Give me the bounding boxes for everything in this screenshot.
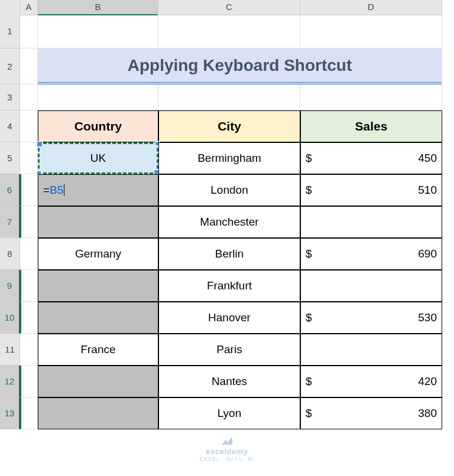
cell-d6[interactable]: $ 510 [300,174,442,206]
cell-d3[interactable] [300,84,442,110]
header-city[interactable]: City [158,110,300,142]
cell-a4[interactable] [20,110,38,142]
cell-c5[interactable]: Bermingham [158,142,300,174]
cell-a11[interactable] [20,334,38,366]
cell-b11[interactable]: France [38,334,158,366]
row-header-9[interactable]: 9 [0,270,20,302]
column-headers: A B C D [0,0,454,14]
cell-b10[interactable] [38,302,158,334]
cell-b8[interactable]: Germany [38,238,158,270]
cell-d12[interactable]: $ 420 [300,366,442,397]
col-header-b[interactable]: B [38,0,158,15]
cell-b13[interactable] [38,397,158,429]
cell-a3[interactable] [20,84,38,110]
cell-b3[interactable] [38,84,158,110]
cell-c3[interactable] [158,84,300,110]
cell-c9[interactable]: Frankfurt [158,270,300,302]
watermark: exceldemy EXCEL · DATA · BI [200,436,254,462]
cell-a12[interactable] [20,366,38,397]
text-cursor-icon [64,184,64,196]
cell-c1[interactable] [158,14,300,48]
cell-c10[interactable]: Hanover [158,302,300,334]
row-header-7[interactable]: 7 [0,206,20,238]
sales-value: 510 [418,184,437,197]
b5-value: UK [90,152,106,165]
cell-b9[interactable] [38,270,158,302]
col-header-c[interactable]: C [158,0,300,15]
cell-a6[interactable] [20,174,38,206]
row-header-8[interactable]: 8 [0,238,20,270]
cell-d9[interactable] [300,270,442,302]
currency-symbol: $ [306,311,312,324]
cell-c12[interactable]: Nantes [158,366,300,397]
watermark-tagline: EXCEL · DATA · BI [200,456,254,462]
sales-value: 450 [418,152,437,165]
cell-c6[interactable]: London [158,174,300,206]
currency-symbol: $ [306,407,312,420]
formula-prefix: = [43,184,50,197]
spreadsheet-grid: 1 2 Applying Keyboard Shortcut 3 4 Count… [0,14,454,429]
sales-value: 530 [418,311,437,324]
sales-value: 420 [418,375,437,388]
cell-d11[interactable] [300,334,442,366]
cell-d5[interactable]: $ 450 [300,142,442,174]
cell-b12[interactable] [38,366,158,397]
col-header-d[interactable]: D [300,0,442,15]
cell-b1[interactable] [38,14,158,48]
sales-value: 690 [418,247,437,260]
watermark-logo-icon [220,436,234,446]
formula-reference: B5 [50,184,63,197]
cell-a13[interactable] [20,397,38,429]
select-all-corner[interactable] [0,0,20,15]
row-header-4[interactable]: 4 [0,110,20,142]
row-header-3[interactable]: 3 [0,84,20,110]
col-header-a[interactable]: A [20,0,38,15]
currency-symbol: $ [306,184,312,197]
cell-b5-copied[interactable]: UK [38,142,158,174]
cell-d10[interactable]: $ 530 [300,302,442,334]
currency-symbol: $ [306,247,312,260]
cell-a9[interactable] [20,270,38,302]
currency-symbol: $ [306,152,312,165]
cell-b6-editing[interactable]: =B5 [38,174,158,206]
cell-d13[interactable]: $ 380 [300,397,442,429]
sales-value: 380 [418,407,437,420]
cell-a7[interactable] [20,206,38,238]
cell-c13[interactable]: Lyon [158,397,300,429]
currency-symbol: $ [306,375,312,388]
cell-a5[interactable] [20,142,38,174]
header-sales[interactable]: Sales [300,110,442,142]
cell-a8[interactable] [20,238,38,270]
cell-b7[interactable] [38,206,158,238]
cell-d8[interactable]: $ 690 [300,238,442,270]
cell-d1[interactable] [300,14,442,48]
row-header-13[interactable]: 13 [0,397,20,429]
cell-a10[interactable] [20,302,38,334]
cell-d7[interactable] [300,206,442,238]
row-header-11[interactable]: 11 [0,334,20,366]
cell-a2[interactable] [20,48,38,84]
cell-c7[interactable]: Manchester [158,206,300,238]
row-header-6[interactable]: 6 [0,174,20,206]
row-header-5[interactable]: 5 [0,142,20,174]
cell-a1[interactable] [20,14,38,48]
row-header-2[interactable]: 2 [0,48,20,84]
row-header-1[interactable]: 1 [0,14,20,48]
row-header-10[interactable]: 10 [0,302,20,334]
cell-c8[interactable]: Berlin [158,238,300,270]
cell-c11[interactable]: Paris [158,334,300,366]
title-cell[interactable]: Applying Keyboard Shortcut [38,48,442,84]
row-header-12[interactable]: 12 [0,366,20,397]
watermark-brand: exceldemy [200,447,254,456]
header-country[interactable]: Country [38,110,158,142]
